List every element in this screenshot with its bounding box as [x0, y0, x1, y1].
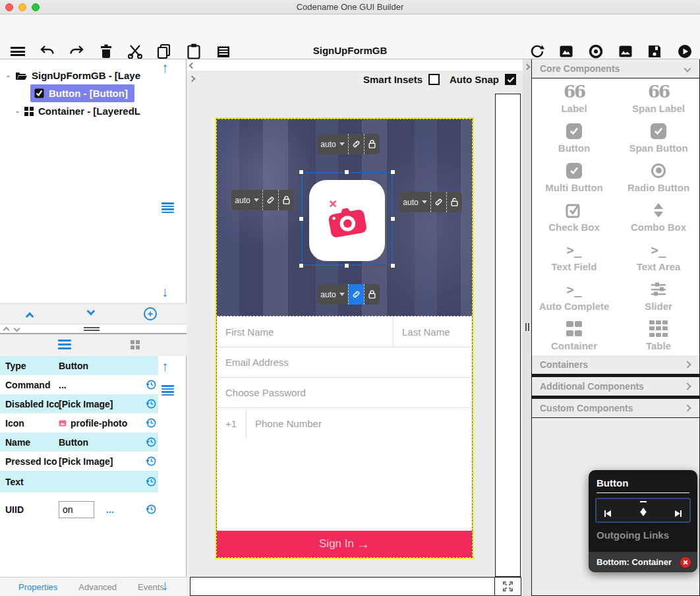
resize-handle-s[interactable] — [344, 263, 349, 268]
tab-properties[interactable]: Properties — [18, 582, 57, 592]
revert-history-icon[interactable] — [146, 456, 157, 467]
align-left-icon[interactable] — [604, 507, 611, 519]
resize-handle-se[interactable] — [390, 263, 395, 268]
properties-scroll-up-arrow[interactable]: ↑ — [161, 359, 169, 373]
uiid-input[interactable] — [59, 501, 94, 518]
revert-history-icon[interactable] — [146, 379, 157, 390]
resize-handle-n[interactable] — [344, 169, 349, 175]
play-icon[interactable] — [675, 42, 695, 61]
align-right-icon[interactable] — [675, 507, 682, 519]
revert-history-icon[interactable] — [146, 436, 157, 448]
tree-item-container[interactable]: - Container - [LayeredL — [16, 102, 140, 120]
image-2-icon[interactable] — [616, 42, 635, 61]
resize-handle-nw[interactable] — [299, 169, 304, 175]
last-name-field[interactable]: Last Name — [394, 316, 472, 347]
profile-photo-button[interactable]: × — [309, 180, 385, 261]
palette-item-span-label[interactable]: 66 Span Label — [616, 78, 700, 118]
unlock-inset-icon[interactable] — [446, 192, 462, 212]
section-containers[interactable]: Containers — [532, 355, 699, 374]
resize-handle-ne[interactable] — [390, 169, 395, 175]
palette-item-table[interactable]: Table — [616, 316, 700, 355]
revert-history-icon[interactable] — [146, 398, 157, 409]
palette-item-span-button[interactable]: Span Button — [616, 118, 700, 158]
move-down-arrow[interactable]: ↓ — [161, 285, 169, 299]
property-row[interactable]: Pressed Ico [Pick Image] — [0, 452, 158, 471]
palette-item-combo-box[interactable]: Combo Box — [616, 197, 700, 237]
properties-scroll-down-arrow[interactable]: ↓ — [161, 578, 169, 592]
resize-handle-e[interactable] — [390, 216, 395, 222]
first-name-field[interactable]: First Name — [217, 316, 394, 347]
sign-in-button[interactable]: Sign In → — [217, 531, 472, 557]
tree-collapse-toggle[interactable]: - — [7, 70, 10, 81]
link-inset-icon[interactable] — [430, 192, 446, 212]
link-inset-icon[interactable] — [348, 134, 364, 154]
delete-link-icon[interactable] — [680, 557, 691, 568]
expand-left-panel-icon[interactable] — [189, 76, 196, 82]
palette-item-button[interactable]: Button — [532, 118, 616, 158]
image-icon[interactable] — [556, 42, 576, 61]
tree-item-button[interactable]: Button - [Button] — [30, 84, 134, 102]
section-custom-components[interactable]: Custom Components — [532, 399, 699, 418]
splitter-up-icon[interactable] — [3, 327, 10, 334]
link-inset-active-icon[interactable] — [348, 284, 364, 305]
record-icon[interactable] — [586, 42, 606, 61]
palette-item-auto-complete[interactable]: >_ Auto Complete — [532, 276, 616, 316]
add-component-button[interactable]: + — [144, 307, 157, 320]
palette-item-check-box[interactable]: Check Box — [532, 197, 616, 237]
password-field[interactable]: Choose Password — [217, 378, 472, 407]
email-field[interactable]: Email Address — [217, 347, 472, 377]
palette-item-label[interactable]: 66 Label — [532, 78, 616, 118]
save-icon[interactable] — [645, 42, 664, 61]
palette-item-radio-button[interactable]: Radio Button — [616, 158, 700, 197]
canvas-side-strip[interactable] — [495, 94, 521, 577]
form-preview[interactable]: × auto auto — [215, 117, 474, 559]
property-row[interactable]: Name Button — [0, 432, 158, 452]
section-additional-components[interactable]: Additional Components — [532, 377, 699, 396]
revert-history-icon[interactable] — [146, 417, 157, 429]
inset-bottom-dropdown[interactable]: auto — [317, 284, 348, 305]
grid-view-icon[interactable] — [131, 340, 140, 349]
inset-right-dropdown[interactable]: auto — [399, 192, 430, 212]
fullscreen-expand-icon[interactable] — [494, 578, 521, 595]
resize-handle-sw[interactable] — [299, 263, 304, 268]
tab-events[interactable]: Events — [138, 582, 164, 592]
panel-splitter[interactable] — [0, 324, 187, 334]
property-row-uiid[interactable]: UIID ... — [0, 492, 158, 527]
section-core-components[interactable]: Core Components — [532, 59, 699, 78]
palette-item-slider[interactable]: Slider — [616, 276, 700, 316]
palette-item-text-field[interactable]: >_ Text Field — [532, 237, 616, 276]
splitter-down-icon[interactable] — [14, 326, 20, 332]
revert-history-icon[interactable] — [146, 476, 157, 487]
refresh-icon[interactable] — [527, 42, 547, 61]
palette-item-multi-button[interactable]: Multi Button — [532, 158, 616, 197]
inset-top-dropdown[interactable]: auto — [317, 134, 348, 154]
palette-item-container[interactable]: Container — [532, 316, 616, 355]
tree-item-form[interactable]: - SignUpFormGB - [Laye — [7, 67, 140, 84]
revert-history-icon[interactable] — [146, 504, 157, 515]
properties-menu-icon[interactable] — [161, 384, 174, 397]
move-up-arrow[interactable]: ↑ — [161, 61, 169, 74]
palette-item-text-area[interactable]: >_ Text Area — [616, 237, 700, 276]
property-row[interactable]: Command ... — [0, 375, 158, 394]
auto-snap-checkbox[interactable] — [505, 74, 516, 85]
phone-field[interactable]: Phone Number — [247, 408, 472, 439]
inset-left-dropdown[interactable]: auto — [231, 190, 262, 210]
link-inset-icon[interactable] — [262, 190, 278, 210]
tree-collapse-toggle[interactable]: - — [16, 105, 19, 117]
phone-prefix-field[interactable]: +1 — [217, 408, 247, 439]
collapse-all-icon[interactable] — [26, 313, 34, 321]
property-row[interactable]: Text — [0, 471, 158, 492]
property-row[interactable]: Icon profile-photo — [0, 413, 158, 432]
expand-all-icon[interactable] — [87, 307, 96, 316]
collapse-right-panel-icon[interactable] — [524, 64, 531, 71]
right-panel-splitter[interactable] — [523, 59, 531, 596]
lock-inset-icon[interactable] — [278, 190, 294, 210]
tree-menu-icon[interactable] — [161, 201, 174, 214]
outgoing-link-row[interactable]: Bottom: Container — [589, 552, 697, 572]
lock-inset-icon[interactable] — [364, 284, 380, 305]
uiid-more-button[interactable]: ... — [106, 504, 114, 515]
splitter-grip[interactable] — [84, 327, 100, 331]
lock-inset-icon[interactable] — [364, 134, 380, 154]
align-bottom-icon[interactable] — [640, 507, 647, 519]
tab-advanced[interactable]: Advanced — [78, 582, 117, 592]
